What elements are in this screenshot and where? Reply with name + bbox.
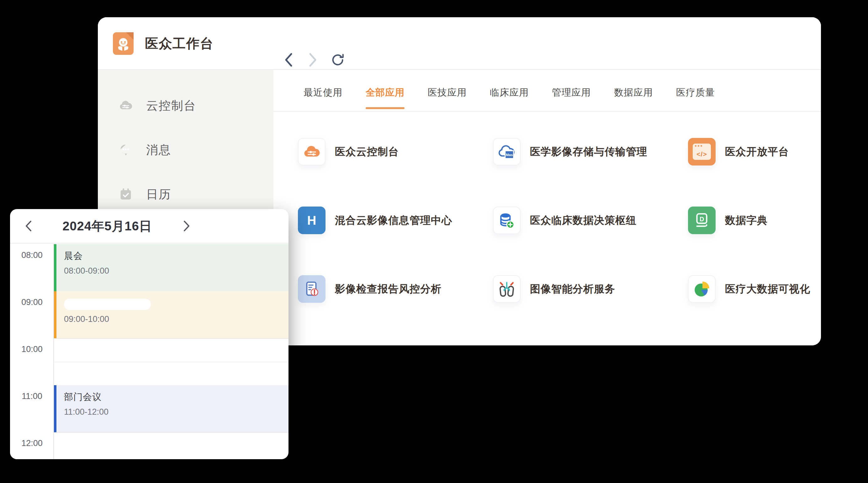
sidebar-item-label: 云控制台 (146, 98, 196, 114)
app-label: 医学影像存储与传输管理 (530, 138, 647, 165)
blue-cloud-mas-icon: Mas (498, 142, 516, 161)
chevron-right-icon (309, 53, 317, 67)
calendar-event-morning-meeting[interactable]: 晨会 08:00-09:00 (54, 244, 288, 291)
sidebar-item-cloud-console[interactable]: 云控制台 (119, 97, 196, 115)
event-title: 部门会议 (64, 391, 288, 404)
app-label: 医众临床数据决策枢纽 (530, 206, 637, 234)
app-label: 图像智能分析服务 (530, 275, 615, 303)
time-column: 08:00 09:00 10:00 11:00 12:00 (10, 244, 54, 459)
svg-text:Mas: Mas (506, 153, 513, 157)
lungs-analysis-icon (498, 280, 516, 298)
calendar-day-view: 晨会 08:00-09:00 09:00-10:00 部门会议 11:00-12… (10, 244, 288, 459)
time-label: 11:00 (10, 391, 54, 401)
window-header: 医众工作台 (98, 17, 821, 70)
prev-day-button[interactable] (21, 219, 36, 233)
forward-button[interactable] (306, 52, 320, 67)
pie-chart-icon (693, 280, 711, 298)
event-accent-bar (54, 291, 57, 338)
database-plus-icon (498, 211, 516, 229)
sidebar-item-label: 日历 (146, 187, 171, 202)
app-item-report-risk-analysis[interactable]: 影像检查报告风控分析 (298, 275, 493, 344)
content-area: 最近使用 全部应用 医技应用 临床应用 管理应用 数据应用 医疗质量 (274, 70, 821, 345)
event-accent-bar (54, 244, 57, 291)
sidebar-item-messages[interactable]: 消息 (119, 141, 171, 159)
app-label: 医众云控制台 (335, 138, 399, 165)
event-title: 晨会 (64, 250, 288, 262)
screen: 医众工作台 (0, 0, 868, 483)
tab-management-apps[interactable]: 管理应用 (552, 86, 591, 111)
tab-quality-apps[interactable]: 医疗质量 (676, 86, 715, 111)
orange-cloud-sliders-icon (303, 142, 321, 161)
redacted-title-pill (64, 299, 151, 310)
tab-all-apps[interactable]: 全部应用 (366, 86, 405, 111)
calendar-check-icon (119, 187, 133, 201)
app-item-clinical-data-hub[interactable]: 医众临床数据决策枢纽 (493, 206, 688, 275)
svg-text:D: D (700, 216, 704, 223)
calendar-panel: 2024年5月16日 晨会 08:00-09:00 (10, 209, 288, 459)
app-item-data-dictionary[interactable]: D 数据字典 (688, 206, 821, 275)
app-item-imaging-storage[interactable]: Mas 医学影像存储与传输管理 (493, 138, 688, 206)
mascot-logo-icon (113, 32, 133, 55)
app-item-open-platform[interactable]: </> 医众开放平台 (688, 138, 821, 206)
chevron-left-icon (24, 220, 32, 232)
refresh-button[interactable] (331, 52, 345, 67)
brand: 医众工作台 (113, 17, 214, 70)
calendar-date-title: 2024年5月16日 (51, 209, 164, 243)
app-label: 数据字典 (725, 206, 768, 234)
calendar-event-redacted[interactable]: 09:00-10:00 (54, 291, 288, 338)
blue-h-tile-icon: H (298, 206, 326, 234)
calendar-header: 2024年5月16日 (10, 209, 288, 244)
chat-bubble-icon (119, 142, 133, 157)
event-time: 11:00-12:00 (64, 407, 288, 417)
app-item-image-ai-analysis[interactable]: 图像智能分析服务 (493, 275, 688, 344)
app-label: 医疗大数据可视化 (725, 275, 810, 303)
app-grid: 医众云控制台 Mas 医学影像存储与传输管理 (298, 138, 821, 344)
tab-clinical-apps[interactable]: 临床应用 (490, 86, 529, 111)
report-alert-icon (298, 275, 326, 303)
calendar-event-department-meeting[interactable]: 部门会议 11:00-12:00 (54, 385, 288, 432)
event-time: 08:00-09:00 (64, 266, 288, 276)
next-day-button[interactable] (179, 219, 194, 233)
chevron-right-icon (183, 220, 191, 232)
sidebar-item-calendar[interactable]: 日历 (119, 186, 171, 203)
time-label: 10:00 (10, 345, 54, 354)
back-button[interactable] (282, 52, 296, 67)
time-label: 12:00 (10, 439, 54, 448)
tab-data-apps[interactable]: 数据应用 (614, 86, 653, 111)
refresh-icon (331, 53, 345, 67)
time-label: 08:00 (10, 251, 54, 260)
app-item-hybrid-cloud-center[interactable]: H 混合云影像信息管理中心 (298, 206, 493, 275)
cloud-settings-icon (119, 98, 133, 113)
orange-code-window-icon: </> (688, 138, 716, 165)
tab-bar: 最近使用 全部应用 医技应用 临床应用 管理应用 数据应用 医疗质量 (274, 70, 821, 111)
time-label: 09:00 (10, 297, 54, 307)
app-label: 混合云影像信息管理中心 (335, 206, 452, 234)
green-dictionary-icon: D (688, 206, 716, 234)
window-title: 医众工作台 (145, 35, 214, 52)
app-label: 影像检查报告风控分析 (335, 275, 441, 303)
app-item-cloud-console[interactable]: 医众云控制台 (298, 138, 493, 206)
sidebar-item-label: 消息 (146, 142, 171, 158)
tab-medtech-apps[interactable]: 医技应用 (428, 86, 467, 111)
app-item-big-data-visualization[interactable]: 医疗大数据可视化 (688, 275, 821, 344)
app-label: 医众开放平台 (725, 138, 789, 165)
chevron-left-icon (284, 53, 292, 67)
tab-recent[interactable]: 最近使用 (304, 86, 342, 111)
event-accent-bar (54, 385, 57, 432)
event-time: 09:00-10:00 (64, 314, 288, 324)
